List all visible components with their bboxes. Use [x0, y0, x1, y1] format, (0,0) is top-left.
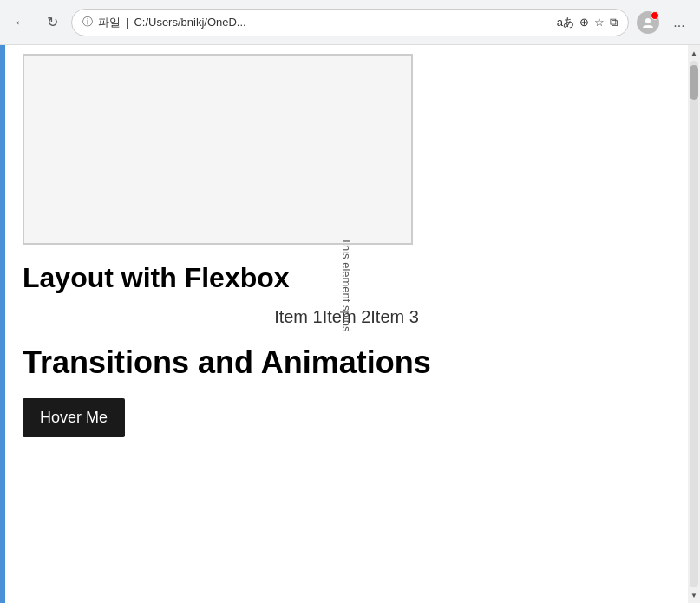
hover-me-button[interactable]: Hover Me — [23, 398, 125, 437]
svg-point-0 — [645, 18, 651, 23]
demo-box — [23, 54, 413, 245]
more-button[interactable]: ... — [667, 10, 691, 35]
scrollbar: ▲ ▼ — [688, 45, 700, 603]
read-icon: aあ — [557, 15, 574, 30]
profile-icon[interactable] — [636, 10, 660, 35]
scroll-up-arrow[interactable]: ▲ — [688, 47, 700, 59]
flex-item-1: Item 1 — [274, 307, 323, 327]
flex-items-container: This element spins Item 1 Item 2 Item 3 — [23, 307, 671, 327]
reload-button[interactable]: ↻ — [40, 10, 64, 35]
address-bar[interactable]: ⓘ 파일 | C:/Users/bnikj/OneD... aあ ⊕ ☆ ⧉ — [71, 9, 629, 36]
split-icon: ⧉ — [610, 16, 618, 29]
zoom-icon: ⊕ — [579, 16, 589, 29]
flex-item-3: Item 3 — [370, 307, 419, 327]
separator: | — [126, 16, 128, 29]
scroll-down-arrow[interactable]: ▼ — [688, 589, 700, 601]
lang-label: 파일 — [98, 15, 121, 30]
main-content: Layout with Flexbox This element spins I… — [5, 45, 688, 603]
scrollbar-thumb[interactable] — [690, 65, 698, 100]
animations-heading: Transitions and Animations — [23, 344, 671, 381]
browser-content: Layout with Flexbox This element spins I… — [0, 45, 700, 603]
star-icon: ☆ — [594, 16, 605, 29]
spinning-text: This element spins — [340, 238, 353, 331]
back-button[interactable]: ← — [9, 10, 33, 35]
browser-chrome: ← ↻ ⓘ 파일 | C:/Users/bnikj/OneD... aあ ⊕ ☆… — [0, 0, 700, 45]
url-text: C:/Users/bnikj/OneD... — [134, 16, 551, 29]
scrollbar-track[interactable] — [690, 61, 698, 587]
info-icon: ⓘ — [82, 15, 93, 29]
profile-avatar — [637, 11, 659, 34]
